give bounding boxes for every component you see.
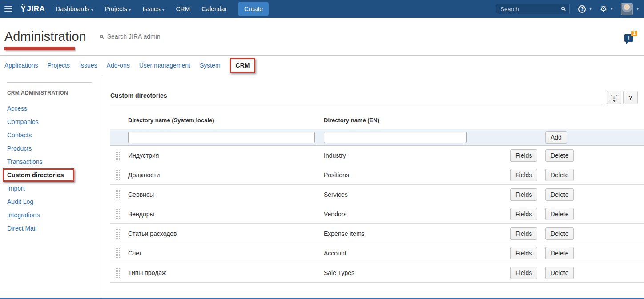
sidebar-item-direct-mail[interactable]: Direct Mail — [0, 222, 101, 235]
user-menu[interactable]: ▾ — [621, 3, 639, 15]
jira-logo-text: JIRA — [27, 4, 45, 13]
custom-directories-table: Directory name (System locale) Directory… — [110, 117, 644, 283]
tab-issues[interactable]: Issues — [79, 62, 97, 69]
jira-logo-icon: Ÿ — [20, 4, 26, 14]
table-row: Статьи расходов Expense items Fields Del… — [110, 224, 644, 243]
jira-logo[interactable]: Ÿ JIRA — [20, 4, 45, 14]
chevron-down-icon: ▾ — [162, 8, 165, 12]
column-header-locale: Directory name (System locale) — [128, 117, 324, 124]
admin-search[interactable]: Search JIRA admin — [100, 33, 161, 40]
delete-button[interactable]: Delete — [545, 188, 574, 201]
search-icon[interactable] — [561, 7, 565, 10]
tab-projects[interactable]: Projects — [48, 62, 70, 69]
directory-name-en: Industry — [324, 152, 510, 159]
table-row: Типы продаж Sale Types Fields Delete — [110, 263, 644, 283]
directory-name-en: Account — [324, 250, 510, 257]
directory-name-en-input[interactable] — [324, 132, 467, 143]
add-directory-row: Add — [110, 129, 644, 146]
directory-name-en: Expense items — [324, 230, 510, 237]
chevron-down-icon: ▾ — [91, 8, 93, 12]
table-row: Индустрия Industry Fields Delete — [110, 146, 644, 165]
tab-crm[interactable]: CRM — [230, 58, 256, 73]
nav-projects[interactable]: Projects▾ — [105, 5, 131, 12]
directory-name-locale: Должности — [128, 171, 324, 179]
chevron-down-icon: ▾ — [589, 7, 592, 11]
drag-handle-icon[interactable] — [115, 169, 120, 181]
table-row: Счет Account Fields Delete — [110, 243, 644, 263]
fields-button[interactable]: Fields — [510, 227, 537, 240]
settings-menu[interactable]: ⚙ ▾ — [600, 5, 613, 13]
notification-badge: 1 — [631, 31, 637, 36]
nav-dashboards[interactable]: Dashboards▾ — [56, 5, 93, 12]
directory-name-locale: Статьи расходов — [128, 230, 324, 237]
table-header-row: Directory name (System locale) Directory… — [110, 117, 644, 129]
delete-button[interactable]: Delete — [545, 149, 574, 162]
drag-handle-icon[interactable] — [115, 267, 120, 279]
fields-button[interactable]: Fields — [510, 169, 537, 181]
drag-handle-icon[interactable] — [115, 150, 120, 161]
directory-name-locale: Сервисы — [128, 191, 324, 198]
sidebar-item-transactions[interactable]: Transactions — [0, 155, 101, 168]
sidebar-item-import[interactable]: Import — [0, 182, 101, 195]
feedback-button[interactable]: + — [607, 91, 621, 104]
directory-name-locale: Счет — [128, 250, 324, 257]
sidebar-section-title: CRM ADMINISTRATION — [7, 90, 101, 96]
sidebar-divider — [7, 82, 92, 83]
sidebar-item-access[interactable]: Access — [0, 102, 101, 115]
directory-name-locale: Вендоры — [128, 211, 324, 218]
content-area: CRM ADMINISTRATION Access Companies Cont… — [0, 75, 644, 298]
annotation-underline — [4, 47, 75, 50]
fields-button[interactable]: Fields — [510, 188, 537, 201]
main-panel: Custom directories + ? Directory name (S… — [101, 75, 644, 298]
help-button[interactable]: ? — [623, 91, 638, 104]
delete-button[interactable]: Delete — [545, 227, 574, 240]
table-row: Должности Positions Fields Delete — [110, 165, 644, 185]
delete-button[interactable]: Delete — [545, 247, 574, 259]
avatar — [621, 3, 633, 15]
section-title: Custom directories — [110, 92, 604, 99]
create-button[interactable]: Create — [238, 2, 269, 16]
nav-crm[interactable]: CRM — [176, 5, 190, 12]
delete-button[interactable]: Delete — [545, 267, 574, 279]
fields-button[interactable]: Fields — [510, 149, 537, 162]
main-nav: Dashboards▾ Projects▾ Issues▾ CRM Calend… — [56, 2, 269, 16]
chevron-down-icon: ▾ — [611, 7, 613, 11]
fields-button[interactable]: Fields — [510, 208, 537, 220]
drag-handle-icon[interactable] — [115, 189, 120, 200]
tab-add-ons[interactable]: Add-ons — [107, 62, 130, 69]
delete-button[interactable]: Delete — [545, 169, 574, 181]
sidebar-item-companies[interactable]: Companies — [0, 115, 101, 128]
help-menu[interactable]: ? ▾ — [578, 5, 592, 13]
table-row: Вендоры Vendors Fields Delete — [110, 204, 644, 224]
sidebar-item-integrations[interactable]: Integrations — [0, 208, 101, 222]
directory-name-en: Sale Types — [324, 269, 510, 276]
page-title: Administration — [4, 29, 86, 44]
tab-user-management[interactable]: User management — [139, 62, 190, 69]
nav-calendar[interactable]: Calendar — [201, 5, 227, 12]
notifications-button[interactable]: ! 1 — [624, 34, 633, 42]
menu-icon[interactable] — [4, 5, 12, 13]
drag-handle-icon[interactable] — [115, 228, 120, 239]
drag-handle-icon[interactable] — [115, 247, 120, 259]
delete-button[interactable]: Delete — [545, 208, 574, 220]
fields-button[interactable]: Fields — [510, 267, 537, 279]
chevron-down-icon: ▾ — [636, 7, 639, 11]
sidebar-item-audit-log[interactable]: Audit Log — [0, 195, 101, 208]
gear-icon: ⚙ — [600, 5, 607, 13]
tab-applications[interactable]: Applications — [4, 62, 38, 69]
directory-name-en: Vendors — [324, 211, 510, 218]
add-button[interactable]: Add — [545, 131, 567, 144]
drag-handle-icon[interactable] — [115, 208, 120, 220]
sidebar-item-products[interactable]: Products — [0, 142, 101, 155]
directory-name-locale: Типы продаж — [128, 269, 324, 276]
tab-system[interactable]: System — [200, 62, 221, 69]
sidebar-item-contacts[interactable]: Contacts — [0, 128, 101, 142]
directory-name-locale-input[interactable] — [128, 132, 315, 143]
fields-button[interactable]: Fields — [510, 247, 537, 259]
directory-name-en: Positions — [324, 171, 510, 179]
admin-search-placeholder: Search JIRA admin — [107, 33, 161, 40]
sidebar-item-custom-directories[interactable]: Custom directories — [0, 168, 101, 182]
nav-issues[interactable]: Issues▾ — [142, 5, 164, 12]
navbar-search-input[interactable] — [496, 4, 570, 14]
help-icon: ? — [578, 5, 586, 13]
